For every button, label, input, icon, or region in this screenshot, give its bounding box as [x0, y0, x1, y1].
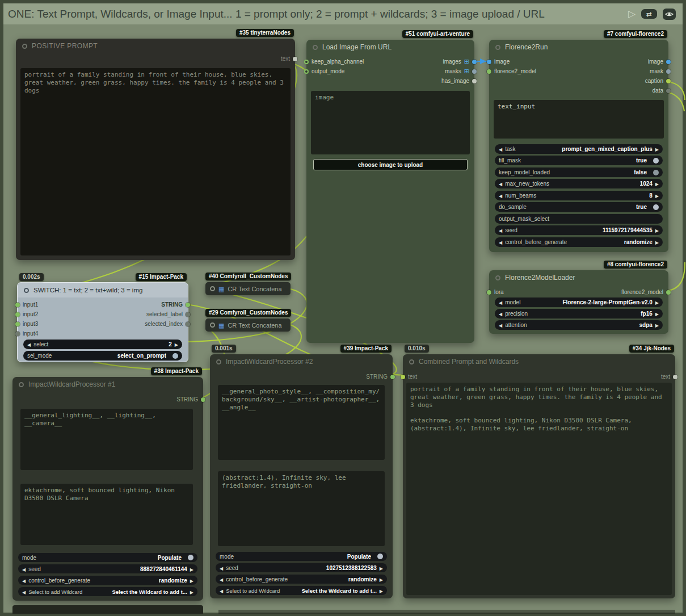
output-slot-caption[interactable]: caption [645, 78, 666, 84]
decrement-arrow-icon[interactable] [499, 311, 502, 317]
increment-arrow-icon[interactable] [175, 341, 178, 347]
increment-arrow-icon[interactable] [655, 192, 659, 199]
toggle-icon[interactable] [653, 158, 659, 164]
output-slot-text[interactable]: text [661, 374, 673, 380]
slot-dot[interactable] [673, 375, 677, 379]
slot-dot[interactable] [666, 69, 671, 74]
increment-arrow-icon[interactable] [655, 227, 659, 233]
output-slot-selected-label[interactable]: selected_label [146, 311, 186, 317]
output-slot-images[interactable]: images [443, 58, 472, 65]
output-slot-text[interactable]: text [281, 56, 293, 62]
slot-dot[interactable] [487, 60, 491, 64]
decrement-arrow-icon[interactable] [22, 577, 26, 584]
node-wildcard-processor-1[interactable]: #38 Impact-Pack ImpactWildcardProcessor … [12, 377, 203, 601]
populated-textarea[interactable]: ektachrome, soft bounced lighting, Nikon… [20, 484, 193, 545]
input-slot-input3[interactable]: input3 [20, 321, 38, 327]
toggle-icon[interactable] [377, 554, 383, 559]
slot-dot[interactable] [487, 69, 491, 74]
widget-control-before-generate[interactable]: control_before_generate randomize [495, 237, 663, 247]
node-florence2run[interactable]: #7 comfyui-florence2 Florence2Run image … [489, 40, 668, 252]
widget-seed[interactable]: seed 1027512388122583 [216, 563, 387, 572]
widget-seed[interactable]: seed 1115972179444535 [495, 225, 663, 235]
slot-dot[interactable] [304, 69, 309, 74]
output-slot-has-image[interactable]: has_image [441, 78, 472, 84]
slot-dot[interactable] [666, 79, 671, 83]
input-slot-image[interactable]: image [491, 58, 510, 65]
collapse-dot-icon[interactable] [22, 44, 27, 49]
widget-precision[interactable]: precision fp16 [495, 309, 663, 319]
toggle-icon[interactable] [188, 555, 193, 560]
slot-dot[interactable] [186, 303, 190, 307]
collapse-dot-icon[interactable] [495, 45, 500, 50]
slot-dot[interactable] [201, 397, 205, 402]
output-slot-selected-index[interactable]: selected_index [145, 321, 186, 327]
node-positive-prompt[interactable]: #35 tinyterraNodes POSITIVE PROMPT text … [16, 39, 295, 260]
widget-task[interactable]: task prompt_gen_mixed_caption_plus [495, 144, 663, 154]
increment-arrow-icon[interactable] [655, 239, 659, 245]
input-slot-text[interactable]: text [405, 374, 417, 380]
input-slot-output-mode[interactable]: output_mode [309, 68, 344, 74]
widget-select-to-add-wildcard[interactable]: Select to add Wildcard Select the Wildca… [18, 587, 197, 596]
widget-select-to-add-wildcard[interactable]: Select to add Wildcard Select the Wildca… [216, 586, 387, 595]
slot-dot[interactable] [666, 60, 671, 64]
widget-output-mask-select[interactable]: output_mask_select [495, 214, 663, 224]
upload-button[interactable]: choose image to upload [313, 159, 468, 170]
increment-arrow-icon[interactable] [655, 299, 659, 305]
wildcard-textarea[interactable]: __general_photo_style__, __composition_m… [218, 385, 385, 460]
decrement-arrow-icon[interactable] [220, 588, 223, 594]
increment-arrow-icon[interactable] [655, 311, 659, 317]
populated-textarea[interactable]: (abstract:1.4), Infinite sky, lee friedl… [218, 471, 385, 546]
increment-arrow-icon[interactable] [190, 577, 193, 584]
output-slot-data[interactable]: data [653, 87, 666, 94]
slot-dot[interactable] [666, 89, 671, 93]
decrement-arrow-icon[interactable] [499, 322, 502, 328]
input-slot-input2[interactable]: input2 [20, 311, 38, 317]
prompt-textarea[interactable]: portrait of a family standing in front o… [20, 68, 291, 255]
slot-dot[interactable] [186, 312, 190, 317]
decrement-arrow-icon[interactable] [499, 181, 502, 187]
collapse-dot-icon[interactable] [313, 45, 318, 50]
slot-dot[interactable] [15, 332, 20, 336]
output-slot-florence2-model[interactable]: florence2_model [621, 289, 666, 295]
output-slot-masks[interactable]: masks [445, 68, 472, 74]
widget-select[interactable]: select 2 [23, 340, 182, 349]
widget-attention[interactable]: attention sdpa [495, 320, 663, 330]
slot-dot[interactable] [293, 57, 297, 61]
collapse-dot-icon[interactable] [19, 382, 24, 387]
output-slot-string[interactable]: STRING [176, 396, 201, 403]
input-slot-keep-alpha-channel[interactable]: keep_alpha_channel [309, 58, 364, 65]
widget-control-before-generate[interactable]: control_before_generate randomize [18, 576, 197, 585]
widget-seed[interactable]: seed 888272840461144 [18, 564, 197, 573]
input-slot-input4[interactable]: input4 [20, 330, 38, 337]
node-load-image-from-url[interactable]: #51 comfyui-art-venture Load Image From … [306, 40, 474, 343]
decrement-arrow-icon[interactable] [27, 341, 31, 347]
increment-arrow-icon[interactable] [380, 576, 383, 583]
increment-arrow-icon[interactable] [380, 588, 383, 594]
increment-arrow-icon[interactable] [655, 146, 659, 152]
run-icon[interactable]: ▷ [628, 8, 636, 20]
slot-dot[interactable] [15, 312, 20, 317]
widget-sel-mode[interactable]: sel_mode select_on_prompt [23, 351, 182, 361]
input-slot-lora[interactable]: lora [491, 289, 504, 295]
increment-arrow-icon[interactable] [380, 565, 383, 571]
node-wildcard-processor-2[interactable]: 0.001s #39 Impact-Pack ImpactWildcardPro… [210, 354, 393, 598]
widget-do-sample[interactable]: do_sample true [495, 202, 663, 212]
decrement-arrow-icon[interactable] [22, 566, 26, 572]
increment-arrow-icon[interactable] [655, 181, 659, 187]
widget-num-beams[interactable]: num_beams 8 [495, 191, 663, 200]
input-slot-florence2-model[interactable]: florence2_model [491, 68, 536, 74]
visibility-eye-icon[interactable] [663, 9, 676, 20]
image-url-field[interactable]: image [311, 91, 470, 154]
output-slot-image[interactable]: image [648, 58, 666, 65]
output-slot-string[interactable]: STRING [366, 374, 390, 380]
decrement-arrow-icon[interactable] [220, 576, 223, 583]
combined-textarea[interactable]: portrait of a family standing in front o… [406, 383, 672, 595]
node-cr-text-concatenate-top[interactable]: #40 Comfyroll_CustomNodes CR Text Concat… [205, 282, 291, 295]
widget-keep-model-loaded[interactable]: keep_model_loaded false [495, 167, 663, 177]
input-slot-input1[interactable]: input1 [20, 301, 38, 308]
collapse-dot-icon[interactable] [216, 359, 221, 364]
collapse-dot-icon[interactable] [409, 359, 414, 364]
widget-mode[interactable]: mode Populate [216, 552, 387, 561]
widget-max-new-tokens[interactable]: max_new_tokens 1024 [495, 179, 663, 188]
slot-dot[interactable] [487, 290, 491, 295]
